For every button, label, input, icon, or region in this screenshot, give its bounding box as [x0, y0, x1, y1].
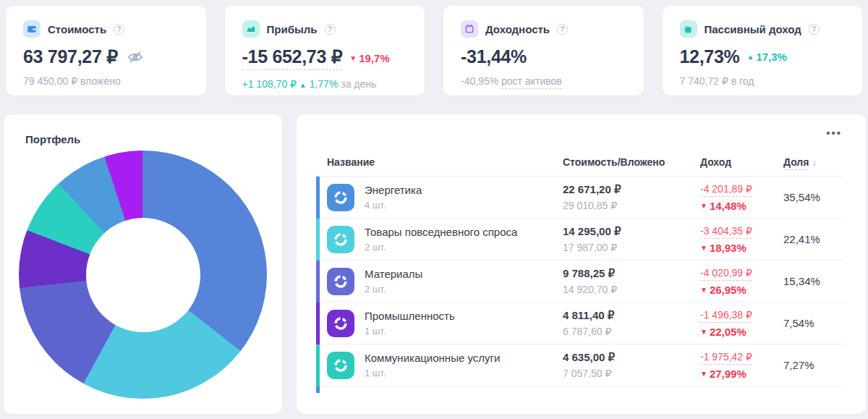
card-title: Стоимость: [48, 23, 106, 35]
sector-share: 7,54%: [783, 317, 844, 329]
more-menu-icon[interactable]: •••: [826, 127, 842, 138]
sector-quantity: 2 шт.: [365, 284, 422, 295]
sector-income-percent: ▼ 26,95%: [700, 284, 746, 296]
sector-share: 35,54%: [783, 191, 844, 203]
sector-pie-icon: [327, 352, 354, 379]
sector-income-percent: ▼ 18,93%: [700, 242, 746, 254]
sector-share: 7,27%: [783, 359, 844, 371]
sector-invested: 6 787,60 ₽: [563, 326, 700, 337]
card-title: Прибыль: [267, 23, 318, 35]
sector-quantity: 1 шт.: [365, 326, 455, 337]
portfolio-value: 63 797,27 ₽: [23, 46, 118, 67]
stat-cards-row: Стоимость ? 63 797,27 ₽ 79 450,00 ₽ влож…: [6, 6, 862, 96]
sector-pie-icon: [327, 184, 354, 211]
portfolio-panel-title: Портфель: [25, 133, 80, 145]
sector-color-bar: [316, 344, 320, 386]
sector-color-bar: [316, 302, 320, 344]
sector-color-bar: [316, 261, 320, 302]
eye-off-icon[interactable]: [127, 49, 144, 65]
card-title: Пассивный доход: [705, 23, 801, 35]
down-triangle-icon: ▼: [700, 286, 707, 294]
help-icon[interactable]: ?: [809, 24, 820, 35]
table-row[interactable]: Материалы 2 шт. 9 788,25 ₽ 14 920,70 ₽ -…: [316, 261, 844, 302]
column-header-share[interactable]: Доля↓: [783, 156, 844, 168]
sector-value: 4 811,40 ₽: [563, 309, 700, 322]
next-row-color-bar: [316, 386, 320, 393]
passive-income-delta-up: ▲ 17,3%: [747, 51, 787, 63]
sector-income[interactable]: -4 020,99 ₽: [700, 267, 752, 281]
sector-income-percent: ▼ 14,48%: [700, 200, 746, 212]
holdings-table: Название Стоимость/Вложено Доход Доля↓ Э…: [316, 148, 844, 393]
sector-color-bar: [316, 177, 320, 219]
sector-invested: 29 010,85 ₽: [563, 200, 700, 211]
down-triangle-icon: ▼: [700, 244, 707, 252]
up-triangle-icon: ▲: [747, 53, 754, 61]
daily-change: +1 108,70 ₽ ▲ 1,77% за день: [242, 78, 408, 90]
sector-income-percent: ▼ 27,99%: [700, 368, 746, 380]
yield-value: -31,44%: [461, 46, 527, 67]
table-row[interactable]: Энергетика 4 шт. 22 671,20 ₽ 29 010,85 ₽…: [316, 177, 844, 219]
sector-name: Коммуникационные услуги: [365, 352, 500, 364]
yearly-income: 7 740,72 ₽ в год: [680, 75, 846, 87]
profit-chart-icon: [242, 20, 260, 38]
table-row[interactable]: Коммуникационные услуги 1 шт. 4 635,00 ₽…: [316, 344, 844, 386]
sector-income[interactable]: -1 975,42 ₽: [700, 351, 752, 365]
stat-card-profit: Прибыль ? -15 652,73 ₽ ▼ 19,7% +1 108,70…: [225, 6, 425, 96]
sector-color-bar: [316, 219, 320, 261]
up-triangle-icon: ▲: [299, 81, 307, 89]
asset-growth: -40,95% рост активов: [461, 75, 626, 87]
asset-growth-link[interactable]: рост активов: [501, 75, 562, 89]
sector-income-percent: ▼ 22,05%: [700, 326, 746, 338]
sector-pie-icon: [327, 310, 354, 337]
sector-invested: 7 057,50 ₽: [563, 368, 700, 379]
help-icon[interactable]: ?: [325, 24, 336, 35]
profit-delta-down: ▼ 19,7%: [349, 52, 389, 64]
sector-value: 9 788,25 ₽: [563, 267, 700, 280]
table-header-row: Название Стоимость/Вложено Доход Доля↓: [316, 148, 844, 177]
table-row[interactable]: Товары повседневного спроса 2 шт. 14 295…: [316, 219, 844, 261]
sector-pie-icon: [327, 226, 354, 253]
column-header-name[interactable]: Название: [327, 156, 563, 168]
invested-amount: 79 450,00 ₽ вложено: [23, 75, 189, 87]
stat-card-passive-income: Пассивный доход ? 12,73% ▲ 17,3% 7 740,7…: [663, 6, 863, 96]
sector-income[interactable]: -4 201,89 ₽: [700, 183, 752, 197]
sector-quantity: 1 шт.: [365, 368, 500, 378]
sector-income[interactable]: -3 404,35 ₽: [700, 225, 752, 239]
portfolio-panel: Портфель: [4, 114, 282, 414]
help-icon[interactable]: ?: [557, 24, 568, 35]
holdings-panel: ••• Название Стоимость/Вложено Доход Дол…: [297, 114, 866, 414]
sector-share: 15,34%: [783, 275, 844, 287]
sector-share: 22,41%: [783, 233, 844, 245]
sector-invested: 17 987,00 ₽: [563, 242, 700, 253]
sector-pie-icon: [327, 268, 354, 295]
table-row[interactable]: Промышленность 1 шт. 4 811,40 ₽ 6 787,60…: [316, 302, 844, 344]
sort-desc-icon: ↓: [812, 156, 817, 168]
sector-name: Товары повседневного спроса: [365, 226, 517, 238]
column-header-income[interactable]: Доход: [700, 156, 783, 168]
sector-name: Энергетика: [365, 184, 422, 196]
sector-value: 22 671,20 ₽: [563, 183, 700, 196]
down-triangle-icon: ▼: [349, 54, 357, 62]
stat-card-yield: Доходность ? -31,44% -40,95% рост активо…: [443, 6, 644, 96]
stat-card-value: Стоимость ? 63 797,27 ₽ 79 450,00 ₽ влож…: [6, 6, 206, 96]
help-icon[interactable]: ?: [114, 24, 124, 35]
sector-value: 14 295,00 ₽: [563, 225, 700, 238]
sector-quantity: 4 шт.: [365, 200, 422, 211]
sector-name: Материалы: [365, 268, 422, 280]
card-title: Доходность: [485, 23, 550, 35]
calendar-icon: [461, 20, 478, 38]
down-triangle-icon: ▼: [700, 370, 707, 378]
sector-income[interactable]: -1 496,38 ₽: [700, 309, 752, 323]
profit-value[interactable]: -15 652,73 ₽: [242, 46, 343, 70]
piggy-bank-icon: [680, 20, 697, 38]
down-triangle-icon: ▼: [700, 328, 707, 336]
sector-invested: 14 920,70 ₽: [563, 284, 700, 295]
wallet-icon: [23, 20, 41, 38]
sector-quantity: 2 шт.: [365, 242, 517, 253]
sector-value: 4 635,00 ₽: [563, 351, 700, 364]
down-triangle-icon: ▼: [700, 202, 707, 210]
column-header-value[interactable]: Стоимость/Вложено: [563, 156, 700, 168]
passive-income-value: 12,73%: [680, 46, 740, 67]
portfolio-donut[interactable]: [19, 151, 267, 399]
sector-name: Промышленность: [365, 310, 455, 322]
